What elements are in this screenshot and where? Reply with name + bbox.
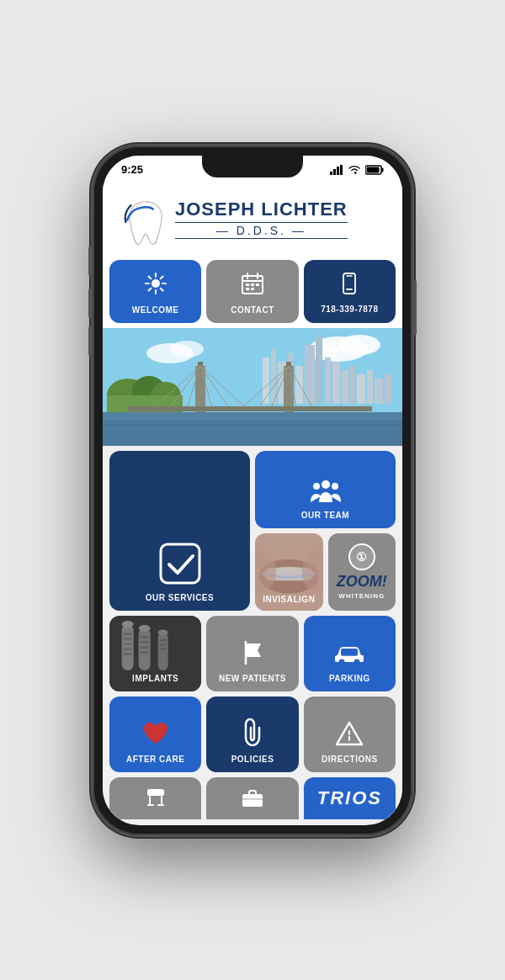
bottom-tile-1[interactable] — [109, 777, 201, 819]
phone-icon — [338, 273, 360, 298]
contact-button[interactable]: CONTACT — [206, 260, 298, 323]
new-patients-tile[interactable]: NEW PATIENTS — [206, 616, 298, 691]
zoom-text: ZOOM! — [337, 574, 387, 589]
checkmark-icon — [159, 543, 201, 588]
car-icon — [334, 642, 364, 669]
svg-point-78 — [332, 483, 338, 490]
svg-line-14 — [160, 276, 162, 278]
svg-rect-75 — [161, 544, 199, 583]
svg-rect-44 — [342, 370, 348, 404]
svg-rect-110 — [336, 655, 363, 657]
battery-icon — [365, 165, 384, 175]
svg-rect-43 — [332, 362, 340, 404]
logo-text: JOSEPH LICHTER — D.D.S. — — [175, 199, 348, 238]
svg-rect-45 — [350, 366, 355, 404]
row-3: AFTER CARE POLICIES — [109, 697, 396, 772]
after-care-label: AFTER CARE — [126, 755, 184, 764]
svg-rect-42 — [325, 358, 331, 404]
invisalign-tile[interactable]: INVISALIGN — [255, 533, 323, 611]
after-care-tile[interactable]: AFTER CARE — [109, 697, 201, 772]
svg-rect-48 — [375, 379, 383, 404]
action-buttons: WELCOME — [103, 255, 402, 328]
svg-rect-39 — [305, 345, 315, 404]
directions-label: DIRECTIONS — [322, 755, 378, 764]
svg-rect-116 — [157, 804, 164, 806]
contact-label: CONTACT — [231, 305, 274, 315]
svg-line-15 — [148, 288, 151, 290]
city-skyline-svg — [103, 328, 402, 446]
phone-wrapper: 9:25 — [0, 0, 505, 980]
svg-point-77 — [313, 483, 320, 490]
bottom-tile-2[interactable] — [206, 777, 298, 819]
svg-rect-23 — [246, 288, 249, 290]
svg-point-108 — [354, 659, 360, 665]
svg-line-13 — [160, 288, 162, 290]
phone-button[interactable]: 718-339-7878 — [304, 260, 396, 323]
svg-rect-0 — [330, 172, 332, 175]
status-time: 9:25 — [121, 163, 143, 176]
briefcase-icon — [241, 787, 264, 811]
zoom-whitening-tile[interactable]: ① ZOOM! WHITENING — [328, 533, 396, 611]
calendar-icon — [241, 272, 264, 299]
svg-rect-20 — [246, 283, 249, 286]
zoom-badge: ① ZOOM! WHITENING — [337, 543, 387, 600]
svg-line-12 — [148, 276, 151, 278]
welcome-label: WELCOME — [132, 305, 179, 315]
implants-label: IMPLANTS — [132, 674, 178, 683]
welcome-button[interactable]: WELCOME — [109, 260, 201, 323]
trios-label: TRIOS — [317, 787, 382, 809]
svg-rect-1 — [333, 169, 336, 175]
chair-icon — [145, 787, 167, 811]
phone-screen: 9:25 — [103, 156, 402, 825]
svg-rect-22 — [256, 283, 259, 286]
our-services-label: OUR SERVICES — [146, 593, 214, 602]
svg-rect-113 — [149, 796, 151, 804]
svg-rect-24 — [251, 288, 254, 290]
svg-rect-5 — [382, 167, 384, 172]
implants-tile[interactable]: IMPLANTS — [109, 616, 201, 691]
signal-icon — [330, 165, 343, 175]
parking-label: PARKING — [329, 674, 370, 683]
svg-rect-115 — [147, 804, 154, 806]
svg-point-7 — [152, 279, 160, 288]
svg-point-76 — [322, 480, 330, 489]
our-team-label: OUR TEAM — [301, 511, 349, 520]
svg-rect-3 — [340, 165, 343, 175]
svg-rect-69 — [128, 406, 372, 411]
sun-icon — [144, 272, 167, 299]
status-icons — [330, 165, 384, 175]
svg-rect-35 — [271, 349, 276, 404]
our-services-tile[interactable]: OUR SERVICES — [109, 451, 250, 611]
grid-section: OUR SERVICES — [103, 446, 402, 824]
svg-rect-21 — [251, 283, 254, 286]
svg-rect-6 — [367, 167, 380, 172]
bottom-partial-row: TRIOS — [109, 777, 396, 819]
svg-rect-114 — [161, 796, 162, 804]
svg-rect-49 — [385, 374, 391, 404]
dds-label: — D.D.S. — — [175, 222, 348, 239]
people-icon — [311, 479, 341, 506]
tooth-logo — [116, 194, 167, 245]
flag-icon — [239, 638, 266, 669]
wifi-icon — [348, 165, 361, 175]
trios-tile[interactable]: TRIOS — [304, 777, 396, 819]
zoom-whitening-label: WHITENING — [338, 592, 385, 600]
svg-point-30 — [338, 335, 380, 355]
svg-rect-2 — [337, 167, 339, 175]
city-image — [103, 328, 402, 446]
svg-rect-109 — [341, 649, 358, 656]
svg-rect-40 — [316, 336, 322, 404]
practice-name: JOSEPH LICHTER — [175, 199, 348, 220]
svg-rect-47 — [367, 370, 373, 404]
policies-tile[interactable]: POLICIES — [206, 697, 298, 772]
svg-rect-117 — [242, 794, 263, 807]
our-team-tile[interactable]: OUR TEAM — [255, 451, 396, 528]
app-content: JOSEPH LICHTER — D.D.S. — — [103, 184, 402, 825]
phone-label: 718-339-7878 — [321, 305, 378, 314]
notch — [202, 156, 303, 177]
parking-tile[interactable]: PARKING — [304, 616, 396, 691]
row-2: IMPLANTS NEW PATIENTS — [109, 616, 396, 691]
svg-point-107 — [339, 659, 345, 665]
directions-tile[interactable]: DIRECTIONS — [304, 697, 396, 772]
paperclip-icon — [241, 718, 264, 750]
